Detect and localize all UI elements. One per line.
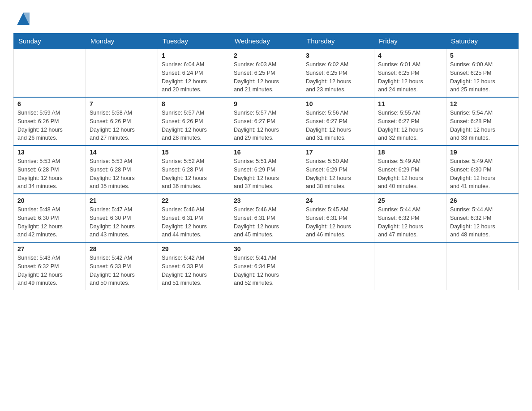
- day-number: 15: [162, 149, 226, 156]
- day-number: 2: [234, 52, 298, 59]
- day-number: 9: [234, 100, 298, 107]
- day-number: 20: [17, 197, 82, 204]
- day-number: 7: [90, 100, 154, 107]
- calendar-cell: [14, 49, 86, 97]
- calendar-cell: [86, 49, 158, 97]
- day-info: Sunrise: 5:49 AMSunset: 6:29 PMDaylight:…: [378, 157, 442, 191]
- day-info: Sunrise: 5:54 AMSunset: 6:28 PMDaylight:…: [450, 109, 515, 142]
- calendar-cell: 23Sunrise: 5:46 AMSunset: 6:31 PMDayligh…: [230, 194, 302, 242]
- day-info: Sunrise: 5:55 AMSunset: 6:27 PMDaylight:…: [378, 109, 442, 142]
- day-number: 29: [162, 245, 226, 253]
- weekday-header-tuesday: Tuesday: [158, 34, 230, 49]
- calendar-cell: 1Sunrise: 6:04 AMSunset: 6:24 PMDaylight…: [158, 49, 230, 97]
- calendar-cell: 3Sunrise: 6:02 AMSunset: 6:25 PMDaylight…: [302, 49, 374, 97]
- day-number: 14: [90, 149, 154, 156]
- day-info: Sunrise: 6:02 AMSunset: 6:25 PMDaylight:…: [306, 60, 370, 94]
- day-number: 8: [162, 100, 226, 107]
- calendar-cell: 13Sunrise: 5:53 AMSunset: 6:28 PMDayligh…: [14, 146, 86, 194]
- day-number: 11: [378, 100, 442, 107]
- calendar-cell: [302, 242, 374, 290]
- day-info: Sunrise: 6:03 AMSunset: 6:25 PMDaylight:…: [234, 60, 298, 94]
- day-number: 21: [90, 197, 154, 204]
- day-number: 12: [450, 100, 515, 107]
- weekday-header-monday: Monday: [86, 34, 158, 49]
- day-info: Sunrise: 5:50 AMSunset: 6:29 PMDaylight:…: [306, 157, 370, 191]
- day-info: Sunrise: 5:53 AMSunset: 6:28 PMDaylight:…: [17, 157, 82, 191]
- calendar-cell: [446, 242, 519, 290]
- day-info: Sunrise: 6:01 AMSunset: 6:25 PMDaylight:…: [378, 60, 442, 94]
- day-number: 28: [90, 245, 154, 253]
- calendar-week-row: 6Sunrise: 5:59 AMSunset: 6:26 PMDaylight…: [14, 97, 519, 146]
- day-number: 26: [450, 197, 515, 204]
- day-info: Sunrise: 5:53 AMSunset: 6:28 PMDaylight:…: [90, 157, 154, 191]
- day-info: Sunrise: 5:42 AMSunset: 6:33 PMDaylight:…: [162, 254, 226, 287]
- weekday-header-saturday: Saturday: [446, 34, 519, 49]
- day-info: Sunrise: 5:57 AMSunset: 6:27 PMDaylight:…: [234, 109, 298, 142]
- day-number: 13: [17, 149, 82, 156]
- day-number: 23: [234, 197, 298, 204]
- weekday-header-sunday: Sunday: [14, 34, 86, 49]
- calendar-cell: 27Sunrise: 5:43 AMSunset: 6:32 PMDayligh…: [14, 242, 86, 290]
- calendar-cell: 18Sunrise: 5:49 AMSunset: 6:29 PMDayligh…: [374, 146, 446, 194]
- day-number: 4: [378, 52, 442, 59]
- weekday-header-friday: Friday: [374, 34, 446, 49]
- calendar-cell: 28Sunrise: 5:42 AMSunset: 6:33 PMDayligh…: [86, 242, 158, 290]
- calendar-cell: 25Sunrise: 5:44 AMSunset: 6:32 PMDayligh…: [374, 194, 446, 242]
- day-info: Sunrise: 5:57 AMSunset: 6:26 PMDaylight:…: [162, 109, 226, 142]
- day-info: Sunrise: 5:46 AMSunset: 6:31 PMDaylight:…: [234, 206, 298, 239]
- day-info: Sunrise: 5:44 AMSunset: 6:32 PMDaylight:…: [378, 206, 442, 239]
- day-number: 18: [378, 149, 442, 156]
- day-info: Sunrise: 5:49 AMSunset: 6:30 PMDaylight:…: [450, 157, 515, 191]
- day-number: 5: [450, 52, 515, 59]
- day-info: Sunrise: 6:00 AMSunset: 6:25 PMDaylight:…: [450, 60, 515, 94]
- day-number: 17: [306, 149, 370, 156]
- calendar-week-row: 1Sunrise: 6:04 AMSunset: 6:24 PMDaylight…: [14, 49, 519, 97]
- day-number: 25: [378, 197, 442, 204]
- calendar-cell: 17Sunrise: 5:50 AMSunset: 6:29 PMDayligh…: [302, 146, 374, 194]
- day-info: Sunrise: 5:45 AMSunset: 6:31 PMDaylight:…: [306, 206, 370, 239]
- calendar-cell: 11Sunrise: 5:55 AMSunset: 6:27 PMDayligh…: [374, 97, 446, 146]
- day-number: 1: [162, 52, 226, 59]
- day-info: Sunrise: 5:47 AMSunset: 6:30 PMDaylight:…: [90, 206, 154, 239]
- calendar-table: SundayMondayTuesdayWednesdayThursdayFrid…: [13, 33, 519, 290]
- calendar-cell: 4Sunrise: 6:01 AMSunset: 6:25 PMDaylight…: [374, 49, 446, 97]
- calendar-cell: 30Sunrise: 5:41 AMSunset: 6:34 PMDayligh…: [230, 242, 302, 290]
- day-info: Sunrise: 5:51 AMSunset: 6:29 PMDaylight:…: [234, 157, 298, 191]
- day-number: 10: [306, 100, 370, 107]
- day-info: Sunrise: 5:42 AMSunset: 6:33 PMDaylight:…: [90, 254, 154, 287]
- day-number: 3: [306, 52, 370, 59]
- calendar-cell: 5Sunrise: 6:00 AMSunset: 6:25 PMDaylight…: [446, 49, 519, 97]
- calendar-cell: [374, 242, 446, 290]
- calendar-cell: 8Sunrise: 5:57 AMSunset: 6:26 PMDaylight…: [158, 97, 230, 146]
- day-number: 16: [234, 149, 298, 156]
- day-number: 6: [17, 100, 82, 107]
- day-info: Sunrise: 5:52 AMSunset: 6:28 PMDaylight:…: [162, 157, 226, 191]
- calendar-cell: 26Sunrise: 5:44 AMSunset: 6:32 PMDayligh…: [446, 194, 519, 242]
- day-info: Sunrise: 5:56 AMSunset: 6:27 PMDaylight:…: [306, 109, 370, 142]
- calendar-cell: 16Sunrise: 5:51 AMSunset: 6:29 PMDayligh…: [230, 146, 302, 194]
- day-number: 24: [306, 197, 370, 204]
- day-number: 27: [17, 245, 82, 253]
- day-info: Sunrise: 5:58 AMSunset: 6:26 PMDaylight:…: [90, 109, 154, 142]
- calendar-cell: 19Sunrise: 5:49 AMSunset: 6:30 PMDayligh…: [446, 146, 519, 194]
- day-info: Sunrise: 6:04 AMSunset: 6:24 PMDaylight:…: [162, 60, 226, 94]
- page-header: [13, 9, 519, 29]
- logo: [13, 9, 33, 29]
- day-info: Sunrise: 5:43 AMSunset: 6:32 PMDaylight:…: [17, 254, 82, 287]
- day-info: Sunrise: 5:48 AMSunset: 6:30 PMDaylight:…: [17, 206, 82, 239]
- calendar-week-row: 13Sunrise: 5:53 AMSunset: 6:28 PMDayligh…: [14, 146, 519, 194]
- calendar-cell: 24Sunrise: 5:45 AMSunset: 6:31 PMDayligh…: [302, 194, 374, 242]
- day-number: 30: [234, 245, 298, 253]
- calendar-cell: 9Sunrise: 5:57 AMSunset: 6:27 PMDaylight…: [230, 97, 302, 146]
- day-info: Sunrise: 5:44 AMSunset: 6:32 PMDaylight:…: [450, 206, 515, 239]
- calendar-cell: 15Sunrise: 5:52 AMSunset: 6:28 PMDayligh…: [158, 146, 230, 194]
- weekday-header-thursday: Thursday: [302, 34, 374, 49]
- calendar-header-row: SundayMondayTuesdayWednesdayThursdayFrid…: [14, 34, 519, 49]
- calendar-cell: 14Sunrise: 5:53 AMSunset: 6:28 PMDayligh…: [86, 146, 158, 194]
- calendar-cell: 29Sunrise: 5:42 AMSunset: 6:33 PMDayligh…: [158, 242, 230, 290]
- calendar-cell: 12Sunrise: 5:54 AMSunset: 6:28 PMDayligh…: [446, 97, 519, 146]
- calendar-cell: 22Sunrise: 5:46 AMSunset: 6:31 PMDayligh…: [158, 194, 230, 242]
- calendar-cell: 2Sunrise: 6:03 AMSunset: 6:25 PMDaylight…: [230, 49, 302, 97]
- day-info: Sunrise: 5:41 AMSunset: 6:34 PMDaylight:…: [234, 254, 298, 287]
- calendar-cell: 7Sunrise: 5:58 AMSunset: 6:26 PMDaylight…: [86, 97, 158, 146]
